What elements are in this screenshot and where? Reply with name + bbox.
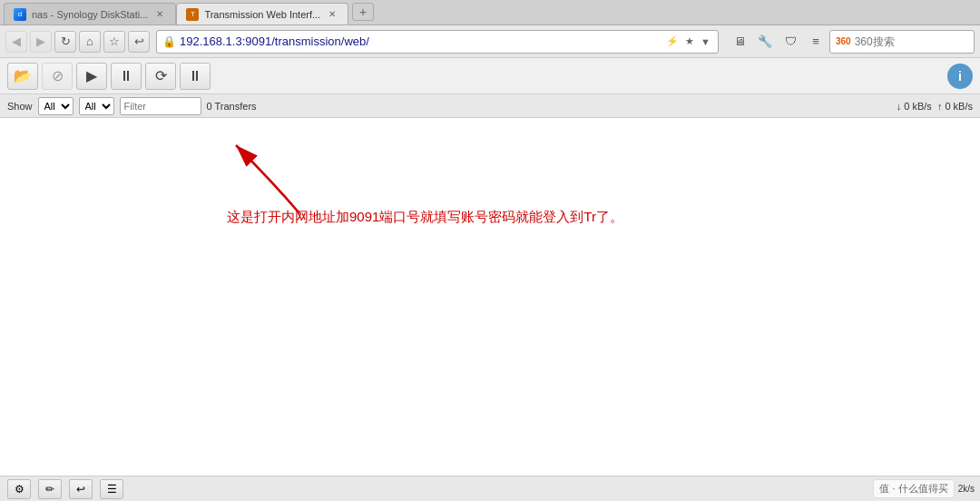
lightning-icon[interactable]: ⚡: [664, 34, 681, 49]
list-view-button[interactable]: ☰: [100, 479, 123, 499]
main-content: 这是打开内网地址加9091端口号就填写账号密码就能登入到Tr了。: [0, 118, 980, 476]
filter-input[interactable]: [120, 97, 201, 115]
tray-speed: 2k/s: [958, 484, 975, 494]
address-right-icons: ⚡ ★ ▼: [664, 34, 712, 49]
show-select[interactable]: All: [38, 97, 74, 115]
tab-nas[interactable]: d nas - Synology DiskStati... ✕: [4, 3, 176, 25]
address-bar[interactable]: 🔒 ⚡ ★ ▼: [156, 30, 719, 54]
add-url-button[interactable]: ⊘: [42, 63, 73, 90]
tab-nas-label: nas - Synology DiskStati...: [32, 9, 148, 20]
search-logo: 360: [836, 36, 851, 46]
tab-nas-close[interactable]: ✕: [153, 8, 166, 21]
settings-button[interactable]: ⚙: [7, 479, 31, 499]
new-tab-button[interactable]: +: [352, 3, 374, 21]
annotation-arrow: [163, 127, 345, 218]
tab-favicon-trans: T: [186, 8, 199, 21]
remove-button[interactable]: ⟳: [145, 63, 176, 90]
dropdown-icon[interactable]: ▼: [699, 34, 712, 49]
search-bar[interactable]: 360 🔍: [829, 30, 975, 54]
menu-icon[interactable]: ≡: [805, 31, 827, 53]
pause-button[interactable]: ⏸: [111, 63, 142, 90]
back-nav-button[interactable]: ↩: [69, 479, 93, 499]
pause-all-button[interactable]: ⏸: [180, 63, 211, 90]
tab-transmission[interactable]: T Transmission Web Interf... ✕: [176, 3, 348, 25]
address-input[interactable]: [180, 34, 664, 48]
show-label: Show: [7, 101, 33, 112]
plugin-icon[interactable]: 🔧: [754, 31, 776, 53]
tab-favicon-nas: d: [14, 8, 26, 21]
search-input[interactable]: [855, 35, 980, 48]
add-torrent-button[interactable]: 📂: [7, 63, 38, 90]
toolbar: 📂 ⊘ ▶ ⏸ ⟳ ⏸ i: [0, 58, 980, 94]
speed-button[interactable]: ✏: [38, 479, 62, 499]
bottom-bar: ⚙ ✏ ↩ ☰ 值 · 什么值得买 2k/s: [0, 476, 980, 501]
home-button[interactable]: ⌂: [79, 31, 101, 53]
transfer-count: 0 Transfers: [207, 101, 257, 112]
tab-transmission-close[interactable]: ✕: [326, 8, 338, 21]
watermark-text: 值 · 什么值得买: [873, 479, 954, 498]
nav-right-icons: 🖥 🔧 🛡 ≡: [729, 31, 827, 53]
speed-up: ↑ 0 kB/s: [937, 101, 973, 112]
tab-transmission-label: Transmission Web Interf...: [204, 9, 320, 20]
speed-down: ↓ 0 kB/s: [897, 101, 932, 112]
screen-icon[interactable]: 🖥: [729, 31, 750, 53]
category-select[interactable]: All: [79, 97, 114, 115]
history-button[interactable]: ↩: [128, 31, 150, 53]
forward-button[interactable]: ▶: [30, 31, 52, 53]
bookmarks-button[interactable]: ☆: [103, 31, 125, 53]
nav-bar: ◀ ▶ ↻ ⌂ ☆ ↩ 🔒 ⚡ ★ ▼ 🖥 🔧 🛡 ≡ 360 🔍: [0, 25, 980, 58]
address-lock-icon: 🔒: [162, 35, 176, 48]
annotation-text: 这是打开内网地址加9091端口号就填写账号密码就能登入到Tr了。: [227, 209, 623, 226]
shield-icon[interactable]: 🛡: [779, 31, 801, 53]
back-button[interactable]: ◀: [5, 31, 27, 53]
info-button[interactable]: i: [947, 64, 973, 89]
browser-window: d nas - Synology DiskStati... ✕ T Transm…: [0, 0, 980, 501]
reload-button[interactable]: ↻: [54, 31, 76, 53]
star-icon[interactable]: ★: [683, 34, 696, 49]
resume-button[interactable]: ▶: [76, 63, 107, 90]
filter-bar: Show All All 0 Transfers ↓ 0 kB/s ↑ 0 kB…: [0, 94, 980, 118]
tab-bar: d nas - Synology DiskStati... ✕ T Transm…: [0, 0, 980, 25]
system-tray: 值 · 什么值得买 2k/s: [867, 476, 980, 501]
